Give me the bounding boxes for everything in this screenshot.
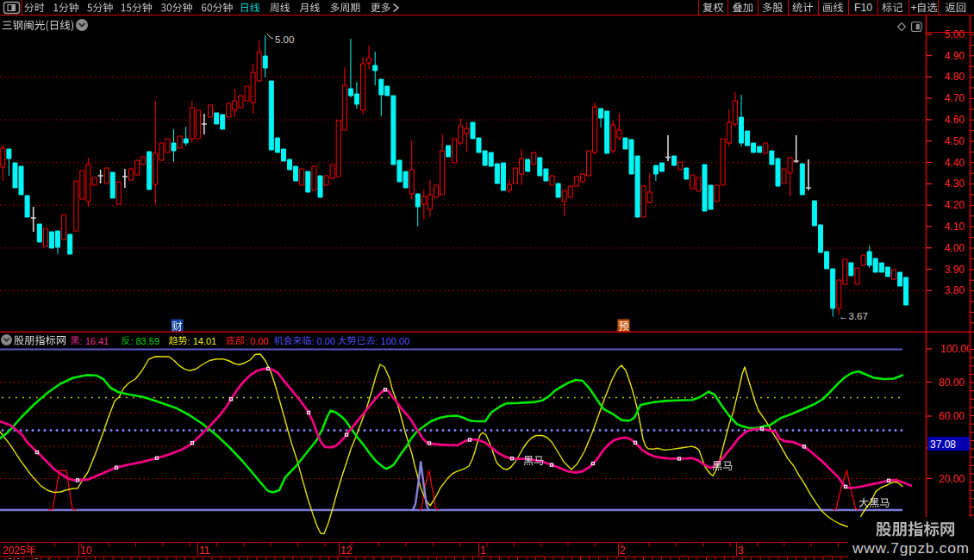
svg-text:60.00: 60.00 bbox=[939, 410, 965, 422]
svg-text:4.90: 4.90 bbox=[945, 50, 965, 62]
svg-text:3.90: 3.90 bbox=[945, 264, 965, 276]
svg-text:5.00: 5.00 bbox=[275, 34, 294, 45]
svg-text:80.00: 80.00 bbox=[939, 376, 965, 389]
svg-text:4.80: 4.80 bbox=[945, 71, 965, 83]
svg-text:4.20: 4.20 bbox=[945, 199, 965, 211]
svg-text:2: 2 bbox=[620, 544, 626, 557]
svg-text:4.30: 4.30 bbox=[945, 177, 965, 190]
svg-text:3.80: 3.80 bbox=[945, 284, 965, 296]
svg-text:4.60: 4.60 bbox=[945, 114, 965, 126]
svg-text:1: 1 bbox=[480, 544, 486, 557]
svg-text:12: 12 bbox=[340, 544, 353, 557]
svg-text:+: + bbox=[911, 2, 917, 14]
svg-text:11: 11 bbox=[199, 544, 210, 557]
svg-text:F10: F10 bbox=[854, 2, 872, 14]
svg-text:: 16.41: : 16.41 bbox=[80, 336, 109, 346]
svg-text:: 14.01: : 14.01 bbox=[188, 336, 217, 346]
svg-text:3: 3 bbox=[738, 544, 744, 557]
svg-text:5.00: 5.00 bbox=[945, 28, 965, 40]
svg-text:: 100.00: : 100.00 bbox=[376, 336, 410, 346]
svg-text:←3.67: ←3.67 bbox=[839, 311, 868, 321]
svg-text:: 83.59: : 83.59 bbox=[130, 336, 159, 346]
svg-text:4.50: 4.50 bbox=[945, 135, 965, 147]
svg-text:4.10: 4.10 bbox=[945, 221, 965, 233]
svg-text:100.00: 100.00 bbox=[940, 343, 972, 355]
svg-text:4.40: 4.40 bbox=[945, 157, 965, 169]
svg-text:2025: 2025 bbox=[3, 544, 26, 557]
svg-text:www.7gpzb.com: www.7gpzb.com bbox=[852, 539, 970, 557]
svg-text:37.08: 37.08 bbox=[930, 439, 956, 451]
svg-text:10: 10 bbox=[80, 544, 92, 557]
svg-text:4.70: 4.70 bbox=[945, 92, 965, 104]
svg-text:20.00: 20.00 bbox=[939, 473, 965, 485]
svg-text:: 0.00: : 0.00 bbox=[312, 336, 336, 346]
svg-text:4.00: 4.00 bbox=[945, 242, 965, 254]
svg-text:: 0.00: : 0.00 bbox=[245, 336, 269, 346]
